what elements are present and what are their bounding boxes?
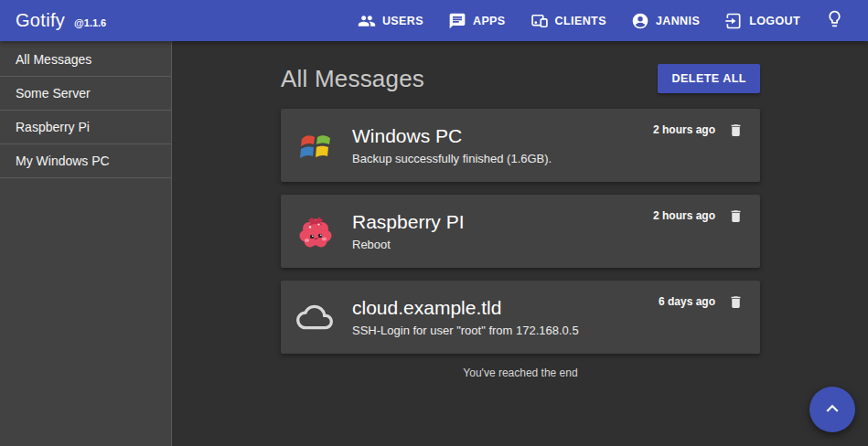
page-title: All Messages [281, 65, 424, 93]
theme-toggle-button[interactable] [825, 9, 844, 32]
users-icon [358, 12, 376, 30]
sidebar-item-label: Raspberry Pi [16, 120, 90, 134]
nav-item-apps[interactable]: APPS [448, 12, 506, 30]
sidebar: All Messages Some Server Raspberry Pi My… [0, 41, 172, 446]
scroll-to-top-button[interactable] [809, 387, 855, 432]
sidebar-item-all-messages[interactable]: All Messages [0, 43, 171, 77]
message-card: cloud.example.tld SSH-Login for user "ro… [281, 281, 760, 354]
sidebar-item-label: My Windows PC [16, 154, 110, 168]
delete-message-button[interactable] [728, 207, 744, 225]
app-logo[interactable]: Gotify [16, 10, 65, 31]
message-card: Windows PC Backup successfully finished … [281, 109, 760, 182]
app-bar: Gotify @1.1.6 USERS APPS CLIENTS [0, 0, 868, 41]
trash-icon [728, 214, 744, 228]
message-body: Reboot [352, 238, 653, 251]
raspberry-icon [297, 213, 334, 250]
message-timestamp: 2 hours ago [653, 123, 715, 136]
lightbulb-icon [825, 9, 844, 32]
nav-item-logout[interactable]: LOGOUT [724, 12, 800, 30]
account-circle-icon [631, 12, 649, 30]
nav-label-apps: APPS [473, 15, 506, 27]
delete-message-button[interactable] [728, 293, 744, 311]
message-title: Windows PC [352, 125, 653, 147]
devices-icon [530, 12, 549, 30]
nav-label-clients: CLIENTS [555, 15, 606, 27]
main-area: All Messages DELETE ALL Windows PC Backu… [173, 41, 868, 446]
sidebar-item-label: All Messages [16, 52, 91, 67]
nav-label-logout: LOGOUT [749, 15, 800, 27]
nav-label-users: USERS [382, 15, 423, 27]
trash-icon [728, 300, 744, 313]
delete-message-button[interactable] [728, 122, 744, 139]
message-card: Raspberry PI Reboot 2 hours ago [281, 195, 760, 268]
end-of-list-text: You've reached the end [281, 366, 760, 379]
sidebar-item-some-server[interactable]: Some Server [0, 77, 171, 111]
message-body: SSH-Login for user "root" from 172.168.0… [352, 324, 659, 337]
nav-item-user-jannis[interactable]: JANNIS [631, 12, 700, 30]
nav-label-jannis: JANNIS [656, 15, 700, 27]
chat-icon [448, 12, 466, 30]
sidebar-item-label: Some Server [16, 86, 91, 101]
sidebar-item-raspberry-pi[interactable]: Raspberry Pi [0, 111, 171, 144]
message-timestamp: 2 hours ago [653, 209, 715, 222]
message-title: cloud.example.tld [352, 297, 659, 319]
gotify-app-window: Gotify @1.1.6 USERS APPS CLIENTS [0, 0, 868, 446]
message-body: Backup successfully finished (1.6GB). [352, 152, 653, 165]
message-timestamp: 6 days ago [659, 295, 715, 308]
delete-all-button[interactable]: DELETE ALL [658, 64, 760, 93]
sidebar-item-my-windows-pc[interactable]: My Windows PC [0, 144, 171, 178]
message-title: Raspberry PI [352, 211, 653, 233]
chevron-up-icon [820, 397, 844, 423]
nav-item-users[interactable]: USERS [358, 12, 423, 30]
nav-item-clients[interactable]: CLIENTS [530, 12, 606, 30]
app-version: @1.1.6 [74, 17, 106, 28]
trash-icon [728, 128, 744, 142]
windows-logo-icon [297, 127, 334, 164]
cloud-icon [297, 299, 334, 335]
exit-icon [724, 12, 743, 30]
